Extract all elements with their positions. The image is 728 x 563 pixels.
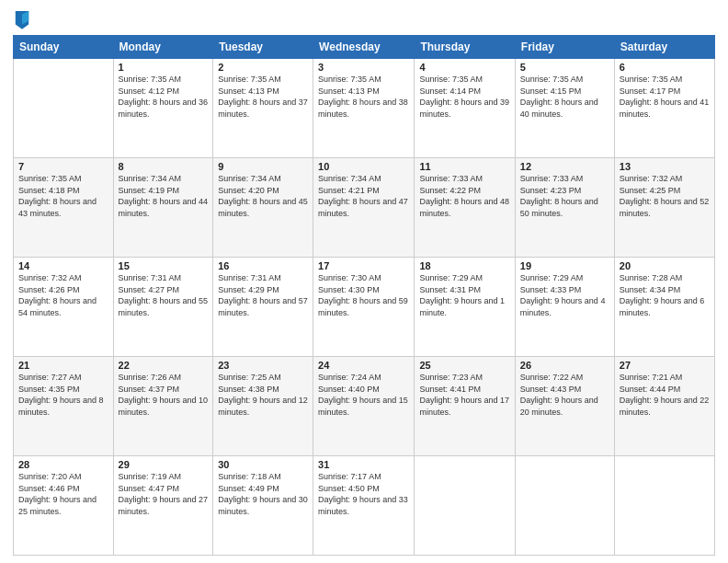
col-sunday: Sunday [14,36,114,59]
day-number: 25 [419,360,509,371]
day-number: 11 [419,161,509,172]
calendar-cell: 26Sunrise: 7:22 AMSunset: 4:43 PMDayligh… [515,357,614,456]
day-number: 2 [218,62,308,73]
day-info: Sunrise: 7:18 AMSunset: 4:49 PMDaylight:… [218,471,308,517]
day-info: Sunrise: 7:35 AMSunset: 4:18 PMDaylight:… [18,173,108,219]
col-friday: Friday [515,36,614,59]
calendar-cell: 5Sunrise: 7:35 AMSunset: 4:15 PMDaylight… [515,59,614,158]
day-info: Sunrise: 7:24 AMSunset: 4:40 PMDaylight:… [318,372,409,418]
day-info: Sunrise: 7:29 AMSunset: 4:33 PMDaylight:… [520,272,609,318]
day-info: Sunrise: 7:32 AMSunset: 4:25 PMDaylight:… [620,173,710,219]
day-info: Sunrise: 7:28 AMSunset: 4:34 PMDaylight:… [620,272,710,318]
day-number: 18 [419,260,509,271]
day-info: Sunrise: 7:35 AMSunset: 4:13 PMDaylight:… [318,74,409,120]
calendar-cell: 9Sunrise: 7:34 AMSunset: 4:20 PMDaylight… [213,158,313,258]
calendar-cell: 27Sunrise: 7:21 AMSunset: 4:44 PMDayligh… [614,357,714,456]
day-number: 16 [218,260,308,271]
calendar-cell: 25Sunrise: 7:23 AMSunset: 4:41 PMDayligh… [415,357,515,456]
week-row-1: 7Sunrise: 7:35 AMSunset: 4:18 PMDaylight… [14,158,715,258]
day-info: Sunrise: 7:25 AMSunset: 4:38 PMDaylight:… [218,372,308,418]
day-info: Sunrise: 7:31 AMSunset: 4:27 PMDaylight:… [119,272,209,318]
col-tuesday: Tuesday [213,36,313,59]
day-info: Sunrise: 7:35 AMSunset: 4:12 PMDaylight:… [119,74,209,120]
calendar-cell: 11Sunrise: 7:33 AMSunset: 4:22 PMDayligh… [415,158,515,258]
week-row-0: 1Sunrise: 7:35 AMSunset: 4:12 PMDaylight… [14,59,715,158]
calendar-cell: 15Sunrise: 7:31 AMSunset: 4:27 PMDayligh… [113,258,213,357]
day-info: Sunrise: 7:27 AMSunset: 4:35 PMDaylight:… [18,372,108,418]
day-number: 23 [218,360,308,371]
day-info: Sunrise: 7:21 AMSunset: 4:44 PMDaylight:… [620,372,710,418]
col-monday: Monday [113,36,213,59]
day-number: 13 [620,161,710,172]
calendar-cell: 13Sunrise: 7:32 AMSunset: 4:25 PMDayligh… [614,158,714,258]
day-info: Sunrise: 7:30 AMSunset: 4:30 PMDaylight:… [318,272,409,318]
calendar-cell: 2Sunrise: 7:35 AMSunset: 4:13 PMDaylight… [213,59,313,158]
day-info: Sunrise: 7:26 AMSunset: 4:37 PMDaylight:… [119,372,209,418]
day-info: Sunrise: 7:35 AMSunset: 4:17 PMDaylight:… [620,74,710,120]
day-number: 21 [18,360,108,371]
day-number: 10 [318,161,409,172]
day-number: 1 [119,62,209,73]
week-row-4: 28Sunrise: 7:20 AMSunset: 4:46 PMDayligh… [14,456,715,556]
page: Sunday Monday Tuesday Wednesday Thursday… [0,0,728,563]
calendar-cell [14,59,114,158]
calendar-cell: 1Sunrise: 7:35 AMSunset: 4:12 PMDaylight… [113,59,213,158]
day-number: 15 [119,260,209,271]
day-number: 29 [119,459,209,470]
calendar-cell [515,456,614,556]
calendar-cell: 24Sunrise: 7:24 AMSunset: 4:40 PMDayligh… [313,357,415,456]
header-row: Sunday Monday Tuesday Wednesday Thursday… [14,36,715,59]
calendar-cell: 17Sunrise: 7:30 AMSunset: 4:30 PMDayligh… [313,258,415,357]
calendar-cell: 18Sunrise: 7:29 AMSunset: 4:31 PMDayligh… [415,258,515,357]
calendar-cell: 4Sunrise: 7:35 AMSunset: 4:14 PMDaylight… [415,59,515,158]
calendar-cell: 7Sunrise: 7:35 AMSunset: 4:18 PMDaylight… [14,158,114,258]
calendar-cell: 29Sunrise: 7:19 AMSunset: 4:47 PMDayligh… [113,456,213,556]
calendar-table: Sunday Monday Tuesday Wednesday Thursday… [13,35,715,556]
day-info: Sunrise: 7:34 AMSunset: 4:19 PMDaylight:… [119,173,209,219]
day-info: Sunrise: 7:34 AMSunset: 4:20 PMDaylight:… [218,173,308,219]
day-number: 19 [520,260,609,271]
day-number: 14 [18,260,108,271]
day-number: 20 [620,260,710,271]
calendar-cell [614,456,714,556]
calendar-cell: 28Sunrise: 7:20 AMSunset: 4:46 PMDayligh… [14,456,114,556]
calendar-cell: 10Sunrise: 7:34 AMSunset: 4:21 PMDayligh… [313,158,415,258]
col-wednesday: Wednesday [313,36,415,59]
day-number: 17 [318,260,409,271]
calendar-cell: 30Sunrise: 7:18 AMSunset: 4:49 PMDayligh… [213,456,313,556]
col-thursday: Thursday [415,36,515,59]
calendar-cell [415,456,515,556]
week-row-3: 21Sunrise: 7:27 AMSunset: 4:35 PMDayligh… [14,357,715,456]
day-number: 24 [318,360,409,371]
calendar-cell: 21Sunrise: 7:27 AMSunset: 4:35 PMDayligh… [14,357,114,456]
day-number: 26 [520,360,609,371]
col-saturday: Saturday [614,36,714,59]
calendar-cell: 19Sunrise: 7:29 AMSunset: 4:33 PMDayligh… [515,258,614,357]
day-number: 27 [620,360,710,371]
day-info: Sunrise: 7:17 AMSunset: 4:50 PMDaylight:… [318,471,409,517]
day-info: Sunrise: 7:19 AMSunset: 4:47 PMDaylight:… [119,471,209,517]
logo [13,9,30,29]
day-info: Sunrise: 7:22 AMSunset: 4:43 PMDaylight:… [520,372,609,418]
day-info: Sunrise: 7:35 AMSunset: 4:14 PMDaylight:… [419,74,509,120]
day-info: Sunrise: 7:20 AMSunset: 4:46 PMDaylight:… [18,471,108,517]
day-info: Sunrise: 7:33 AMSunset: 4:23 PMDaylight:… [520,173,609,219]
calendar-cell: 14Sunrise: 7:32 AMSunset: 4:26 PMDayligh… [14,258,114,357]
calendar-cell: 31Sunrise: 7:17 AMSunset: 4:50 PMDayligh… [313,456,415,556]
day-number: 30 [218,459,308,470]
day-number: 5 [520,62,609,73]
day-number: 28 [18,459,108,470]
day-number: 3 [318,62,409,73]
day-number: 9 [218,161,308,172]
day-number: 31 [318,459,409,470]
day-info: Sunrise: 7:32 AMSunset: 4:26 PMDaylight:… [18,272,108,318]
day-number: 12 [520,161,609,172]
day-info: Sunrise: 7:33 AMSunset: 4:22 PMDaylight:… [419,173,509,219]
day-info: Sunrise: 7:31 AMSunset: 4:29 PMDaylight:… [218,272,308,318]
day-info: Sunrise: 7:35 AMSunset: 4:15 PMDaylight:… [520,74,609,120]
calendar-cell: 22Sunrise: 7:26 AMSunset: 4:37 PMDayligh… [113,357,213,456]
week-row-2: 14Sunrise: 7:32 AMSunset: 4:26 PMDayligh… [14,258,715,357]
day-number: 6 [620,62,710,73]
logo-icon [14,9,30,29]
day-info: Sunrise: 7:29 AMSunset: 4:31 PMDaylight:… [419,272,509,318]
